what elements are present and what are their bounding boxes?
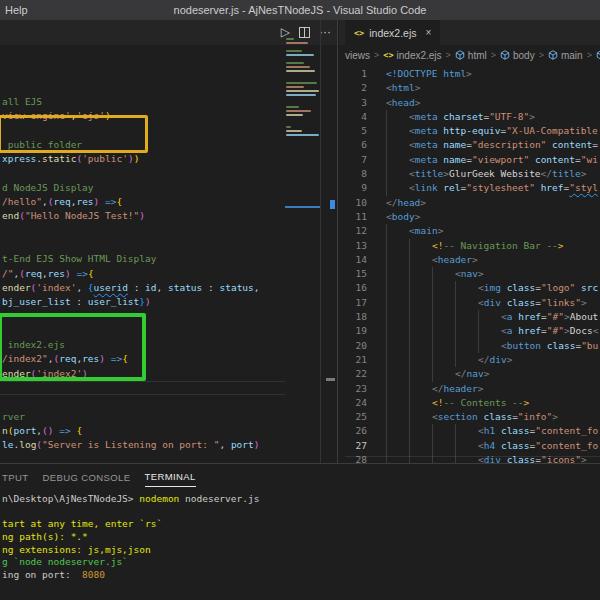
code-line[interactable]: le.log("Server is Listening on port: ", …	[0, 438, 285, 452]
code-line[interactable]: 17<div class="links">	[339, 296, 600, 310]
code-line[interactable]: view engine','ejs')	[0, 109, 285, 123]
line-number: 21	[341, 353, 367, 367]
code-line[interactable]: 2<html>	[339, 81, 600, 95]
code-token: bj_user_list	[2, 296, 71, 307]
breadcrumb-item[interactable]: html	[455, 50, 487, 61]
code-token: /"	[2, 268, 13, 279]
code-line[interactable]: /index2",(req,res) =>{	[0, 352, 285, 366]
code-line[interactable]: /",(req,res) =>{	[0, 267, 285, 281]
indent-guide	[386, 424, 409, 438]
code-token: req	[54, 196, 71, 207]
code-line[interactable]	[0, 166, 285, 180]
code-line[interactable]: 12<main>	[339, 224, 600, 238]
code-line[interactable]: 10</head>	[339, 196, 600, 210]
code-line[interactable]: end("Hello NodeJS Test!")	[0, 209, 285, 223]
code-token: </	[478, 354, 489, 365]
code-line[interactable]	[0, 309, 285, 323]
code-token: title	[415, 168, 444, 179]
line-number: 6	[341, 138, 367, 152]
breadcrumb-item[interactable]	[596, 50, 600, 60]
code-line[interactable]: all EJS	[0, 95, 285, 109]
code-line[interactable]: 9<link rel="stylesheet" href="styl	[339, 181, 600, 195]
code-line[interactable]: ender('index2')	[0, 367, 285, 381]
code-line[interactable]: index2.ejs	[0, 338, 285, 352]
code-line[interactable]	[0, 124, 285, 138]
line-number: 13	[341, 239, 367, 253]
code-line[interactable]: xpress.static('public'))	[0, 152, 285, 166]
code-token: >	[438, 225, 444, 236]
tab-close-icon[interactable]: ×	[426, 27, 432, 38]
code-line[interactable]: 20<button class="bu	[339, 339, 600, 353]
split-editor-icon[interactable]	[299, 27, 310, 38]
code-token: head	[397, 197, 420, 208]
code-line[interactable]	[0, 224, 285, 238]
code-line[interactable]: 19<a href="#">Docs<	[339, 324, 600, 338]
code-line[interactable]	[0, 381, 285, 395]
code-line[interactable]: /hello",(req,res) =>{	[0, 195, 285, 209]
code-line[interactable]: 28<div class="icons">	[339, 453, 600, 463]
code-token: class	[484, 411, 513, 422]
code-token: >	[558, 240, 564, 251]
code-token: >	[472, 254, 478, 265]
indent-guide	[432, 439, 455, 453]
code-line[interactable]: public folder	[0, 138, 285, 152]
minimap-line	[286, 134, 319, 136]
breadcrumb-item[interactable]: main	[548, 50, 583, 61]
indent-guide	[409, 453, 432, 463]
code-token: content	[535, 154, 575, 165]
panel-tab-terminal[interactable]: TERMINAL	[145, 466, 196, 487]
indent-guide	[386, 453, 409, 463]
code-line[interactable]: 3<head>	[339, 96, 600, 110]
right-editor-code[interactable]: 1<!DOCTYPE html>2<html>3<head>4<meta cha…	[339, 65, 600, 463]
indent-guide	[409, 239, 432, 253]
code-line[interactable]: 4<meta charset="UTF-8">	[339, 110, 600, 124]
breadcrumb: views><>index2.ejs>html>body>main>	[345, 45, 600, 65]
code-token: "info"	[518, 411, 552, 422]
code-token: h4	[484, 440, 495, 451]
code-line[interactable]: 23</header>	[339, 382, 600, 396]
code-line[interactable]: ender('index', {userid : id, status : st…	[0, 281, 285, 295]
code-line[interactable]: 7<meta name="viewport" content="wi	[339, 153, 600, 167]
code-line[interactable]: 6<meta name="description" content=	[339, 138, 600, 152]
code-line[interactable]: 21</div>	[339, 353, 600, 367]
breadcrumb-item[interactable]: body	[500, 50, 535, 61]
code-line[interactable]: 18<a href="#">About	[339, 310, 600, 324]
terminal-line	[2, 506, 600, 519]
left-editor-code[interactable]: all EJSview engine','ejs') public folder…	[0, 45, 285, 463]
code-line[interactable]: d NodeJS Display	[0, 181, 285, 195]
code-line[interactable]: 26<h1 class="content_fo	[339, 424, 600, 438]
code-line[interactable]: 24<!-- Contents -->	[339, 396, 600, 410]
code-line[interactable]	[0, 238, 285, 252]
code-line[interactable]: bj_user_list : user_list})	[0, 295, 285, 309]
left-editor-group: ▷ ··· all EJSview engine','ejs') public …	[0, 20, 338, 463]
code-line[interactable]: 11<body>	[339, 210, 600, 224]
minimap[interactable]	[285, 38, 320, 463]
code-line[interactable]	[0, 395, 285, 409]
tab-index2-ejs[interactable]: <> index2.ejs ×	[345, 20, 440, 45]
code-line[interactable]: 15<nav>	[339, 267, 600, 281]
breadcrumb-item[interactable]: views	[345, 50, 370, 61]
panel-tab-tput[interactable]: TPUT	[2, 467, 28, 487]
code-line[interactable]: 14<header>	[339, 253, 600, 267]
code-line[interactable]: 1<!DOCTYPE html>	[339, 67, 600, 81]
code-line[interactable]: rver	[0, 410, 285, 424]
code-token: header	[443, 383, 477, 394]
code-line[interactable]: n(port,() => {	[0, 424, 285, 438]
panel-tab-debug-console[interactable]: DEBUG CONSOLE	[42, 467, 130, 487]
code-line[interactable]: 5<meta http-equiv="X-UA-Compatible	[339, 124, 600, 138]
terminal[interactable]: n\Desktop\AjNesTNodeJS> nodemon nodeserv…	[2, 493, 600, 600]
code-line[interactable]: 13<!-- Navigation Bar -->	[339, 239, 600, 253]
line-number: 1	[341, 67, 367, 81]
code-line[interactable]: 25<section class="info">	[339, 410, 600, 424]
indent-guide	[409, 310, 432, 324]
code-line[interactable]: 8<title>GlurGeek Website</title>	[339, 167, 600, 181]
code-token: </	[386, 197, 397, 208]
code-token: )	[254, 439, 260, 450]
code-line[interactable]	[0, 324, 285, 338]
code-line[interactable]: 22</nav>	[339, 367, 600, 381]
code-line[interactable]: 27<h4 class="content_fo	[339, 439, 600, 453]
code-line[interactable]: t-End EJS Show HTML Display	[0, 252, 285, 266]
breadcrumb-item[interactable]: <>index2.ejs	[383, 50, 441, 61]
code-line[interactable]: 16<img class="logo" src	[339, 281, 600, 295]
code-token: /index2"	[2, 353, 48, 364]
